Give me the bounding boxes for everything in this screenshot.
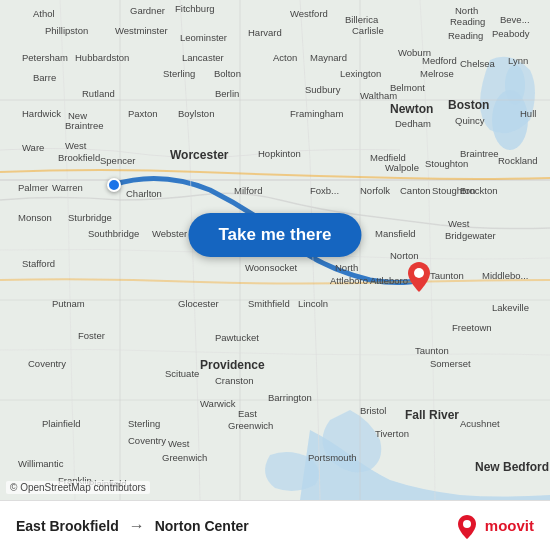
bottom-bar: East Brookfield → Norton Center moovit <box>0 500 550 550</box>
moovit-logo-icon <box>454 513 480 539</box>
origin-marker <box>107 178 121 192</box>
destination-marker <box>408 262 430 292</box>
route-arrow: → <box>129 517 145 535</box>
map-container: AtholGardnerFitchburgWestfordBillericaNo… <box>0 0 550 500</box>
svg-point-10 <box>463 520 471 528</box>
svg-point-9 <box>414 268 424 278</box>
osm-attribution: © OpenStreetMap contributors <box>6 481 150 494</box>
take-me-there-button[interactable]: Take me there <box>188 213 361 257</box>
route-to: Norton Center <box>155 518 249 534</box>
moovit-text: moovit <box>485 517 534 534</box>
route-info: East Brookfield → Norton Center <box>16 517 454 535</box>
moovit-logo: moovit <box>454 513 534 539</box>
route-from: East Brookfield <box>16 518 119 534</box>
